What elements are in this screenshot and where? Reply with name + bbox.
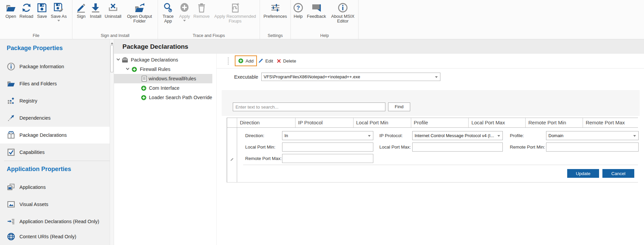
save-as-button[interactable]: Save As <box>49 2 68 23</box>
tree-item-label: windows.firewallRules <box>149 76 196 81</box>
sidebar: Package Properties Package Information F… <box>0 39 110 245</box>
tree-item-package-declarations[interactable]: Package Declarations <box>114 55 216 65</box>
sidebar-item-dependencies[interactable]: Dependencies <box>0 110 110 126</box>
save-as-dropdown-chevron-icon[interactable] <box>57 20 60 23</box>
direction-value: In <box>282 131 367 140</box>
page-title: Package Declarations <box>122 39 188 54</box>
install-arrow-icon <box>90 2 101 13</box>
sidebar-item-content-uris[interactable]: Content URIs (Read Only) <box>0 228 110 245</box>
document-icon <box>142 76 147 83</box>
package-properties-heading: Package Properties <box>7 45 63 52</box>
column-header-remote-port-min[interactable]: Remote Port Min <box>526 118 583 127</box>
tree-item-firewall-rules[interactable]: Firewall Rules <box>114 65 216 74</box>
help-button[interactable]: ? Help <box>291 2 305 19</box>
delete-button[interactable]: Delete <box>274 55 299 66</box>
toolbar-separator <box>217 68 644 69</box>
ribbon-group-trace-fixups: Trace App Apply Remove Apply Recommended… <box>158 0 260 39</box>
scrollbar-thumb[interactable] <box>110 45 113 72</box>
column-header-local-port-max[interactable]: Local Port Max <box>469 118 526 127</box>
delete-button-label: Delete <box>283 58 296 64</box>
ribbon-group-settings-label: Settings <box>260 33 290 38</box>
local-port-min-field-label: Local Port Min: <box>245 142 275 152</box>
install-button[interactable]: Install <box>88 2 103 19</box>
preferences-button[interactable]: Preferences <box>262 2 288 19</box>
sign-button[interactable]: Sign <box>74 2 88 19</box>
remove-button[interactable]: Remove <box>192 2 211 19</box>
apply-button[interactable]: Apply <box>177 2 192 23</box>
remote-port-max-input[interactable] <box>282 154 373 163</box>
update-button[interactable]: Update <box>567 169 599 178</box>
sidebar-item-application-declarations[interactable]: Application Declarations (Read Only) <box>0 213 110 230</box>
tree-item-windows-firewallrules[interactable]: windows.firewallRules <box>114 74 212 83</box>
tree-item-label: Package Declarations <box>131 57 178 63</box>
apply-plus-icon <box>179 2 190 13</box>
msix-editor-window: Open Reload Save Save As File Sign <box>0 0 644 245</box>
preferences-sliders-icon <box>270 2 281 13</box>
cancel-button[interactable]: Cancel <box>602 169 634 178</box>
remove-button-label: Remove <box>194 14 210 19</box>
declarations-tree: Package Declarations Firewall Rules wind… <box>114 54 216 245</box>
sign-button-label: Sign <box>77 14 86 19</box>
open-button[interactable]: Open <box>4 2 18 19</box>
sidebar-item-capabilities[interactable]: Capabilities <box>0 144 110 161</box>
tree-item-loader-search-path-override[interactable]: Loader Search Path Override <box>114 93 216 102</box>
feedback-button[interactable]: Feedback <box>305 2 328 19</box>
sidebar-item-label: Dependencies <box>19 115 51 121</box>
open-output-folder-button[interactable]: Open Output Folder <box>123 2 156 24</box>
dependencies-icon <box>7 114 15 122</box>
search-input[interactable] <box>233 103 385 111</box>
direction-combobox[interactable]: In <box>282 131 373 140</box>
apply-recommended-fixups-button[interactable]: Apply Recommended Fixups <box>211 2 259 24</box>
uninstall-button[interactable]: Uninstall <box>103 2 123 19</box>
sidebar-item-applications[interactable]: Applications <box>0 179 110 196</box>
edit-button-label: Edit <box>265 58 273 64</box>
svg-text:?: ? <box>297 5 300 11</box>
remote-port-min-field-label: Remote Port Min: <box>510 142 545 152</box>
sidebar-item-label: Package Declarations <box>19 132 67 138</box>
column-header-profile[interactable]: Profile <box>411 118 469 127</box>
dropdown-arrow-icon <box>633 135 636 138</box>
delete-x-icon <box>277 59 281 63</box>
ribbon-group-file-label: File <box>0 33 72 38</box>
edit-button[interactable]: Edit <box>255 55 276 66</box>
vertical-scrollbar[interactable] <box>110 39 114 245</box>
sidebar-item-registry[interactable]: Registry <box>0 92 110 109</box>
toolbar-drag-handle[interactable] <box>228 57 229 65</box>
ip-protocol-combobox[interactable]: Internet Control Message Protocol v4 (I.… <box>412 131 503 140</box>
globe-icon <box>7 232 15 241</box>
tree-item-com-interface[interactable]: Com Interface <box>114 83 216 93</box>
sidebar-item-visual-assets[interactable]: Visual Assets <box>0 196 110 213</box>
scroll-up-arrow-icon[interactable] <box>111 41 113 44</box>
add-circle-icon <box>141 95 147 101</box>
applications-icon <box>7 183 15 192</box>
chevron-down-icon[interactable] <box>125 67 130 72</box>
sidebar-item-package-declarations[interactable]: Package Declarations <box>0 127 110 144</box>
column-header-direction[interactable]: Direction <box>237 118 296 127</box>
sidebar-item-package-information[interactable]: Package Information <box>0 58 110 75</box>
uninstall-button-label: Uninstall <box>105 14 121 19</box>
reload-button[interactable]: Reload <box>18 2 35 19</box>
trace-app-button[interactable]: Trace App <box>159 2 177 24</box>
sidebar-item-files-and-folders[interactable]: Files and Folders <box>0 75 110 92</box>
column-header-local-port-min[interactable]: Local Port Min <box>354 118 411 127</box>
local-port-max-input[interactable] <box>412 142 503 152</box>
firewall-rules-panel: Add Edit Delete Executable VFS\ProgramFi… <box>216 54 644 245</box>
profile-combobox[interactable]: Domain <box>546 131 639 140</box>
feedback-bubble-icon <box>311 2 322 13</box>
open-folder-icon <box>5 2 16 13</box>
tree-item-label: Firewall Rules <box>140 67 170 72</box>
trace-app-magnifier-icon <box>163 2 173 13</box>
sidebar-item-label: Registry <box>19 98 37 104</box>
local-port-min-input[interactable] <box>282 142 373 152</box>
about-msix-editor-button[interactable]: About MSIX Editor <box>328 2 358 24</box>
row-indicator-column-header <box>227 118 237 127</box>
remote-port-min-input[interactable] <box>546 142 639 152</box>
sidebar-item-label: Application Declarations (Read Only) <box>19 219 99 224</box>
column-header-remote-port-max[interactable]: Remote Port Max <box>583 118 638 127</box>
find-button[interactable]: Find <box>388 103 410 111</box>
save-button[interactable]: Save <box>35 2 49 19</box>
chevron-down-icon[interactable] <box>116 57 120 63</box>
executable-combobox[interactable]: VFS\ProgramFilesX86\Notepad++\notepad++.… <box>261 73 440 81</box>
column-header-ip-protocol[interactable]: IP Protocol <box>296 118 354 127</box>
add-button[interactable]: Add <box>235 55 257 66</box>
